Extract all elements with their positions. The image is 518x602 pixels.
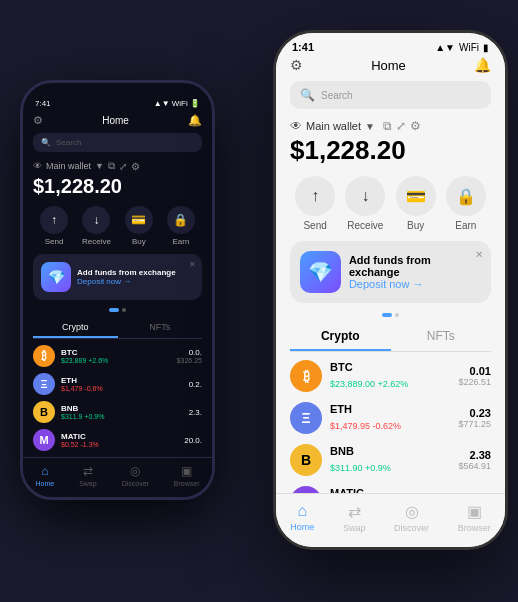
light-wallet-label: 👁 Main wallet ▼ ⧉ ⤢ ⚙: [290, 119, 491, 133]
light-nav-discover[interactable]: ◎ Discover: [394, 502, 429, 533]
light-banner-icon: 💎: [300, 251, 341, 293]
light-nav-swap[interactable]: ⇄ Swap: [343, 502, 366, 533]
light-buy-button[interactable]: 💳 Buy: [396, 176, 436, 231]
light-settings-icon[interactable]: ⚙: [410, 119, 421, 133]
light-time: 1:41: [292, 41, 314, 53]
light-discover-icon: ◎: [405, 502, 419, 521]
light-eth-name: ETH: [330, 403, 401, 415]
light-nav-home[interactable]: ⌂ Home: [290, 502, 314, 533]
light-tab-nfts[interactable]: NFTs: [391, 323, 492, 351]
light-btc-icon: ₿: [290, 360, 322, 392]
light-receive-button[interactable]: ↓ Receive: [345, 176, 385, 231]
dark-wallet-section: 👁 Main wallet ▼ ⧉ ⤢ ⚙ $1,228.20: [33, 160, 202, 198]
light-dots: [290, 313, 491, 317]
dark-banner-content: Add funds from exchange Deposit now →: [77, 268, 176, 286]
dark-nav-discover-label: Discover: [122, 480, 149, 487]
dark-nav-home[interactable]: ⌂ Home: [35, 464, 54, 487]
buy-button[interactable]: 💳 Buy: [125, 206, 153, 246]
copy-icon[interactable]: ⧉: [108, 160, 115, 172]
gear-icon[interactable]: ⚙: [33, 114, 43, 127]
earn-button[interactable]: 🔒 Earn: [167, 206, 195, 246]
dark-dots: [33, 308, 202, 312]
dark-deposit-link[interactable]: Deposit now →: [77, 277, 176, 286]
light-wallet-section: 👁 Main wallet ▼ ⧉ ⤢ ⚙ $1,228.20: [290, 119, 491, 166]
eth-name: ETH: [61, 376, 103, 385]
receive-button[interactable]: ↓ Receive: [82, 206, 111, 246]
settings-icon[interactable]: ⚙: [131, 161, 140, 172]
light-tab-crypto[interactable]: Crypto: [290, 323, 391, 351]
bnb-amount: 2.3.: [189, 408, 202, 417]
light-receive-label: Receive: [347, 220, 383, 231]
dark-tab-nfts[interactable]: NFTs: [118, 318, 203, 338]
light-expand-icon[interactable]: ⤢: [396, 119, 406, 133]
dark-wallet-name: Main wallet: [46, 161, 91, 171]
light-balance: $1,228.20: [290, 135, 491, 166]
dark-tabs: Crypto NFTs: [33, 318, 202, 339]
light-gear-icon[interactable]: ⚙: [290, 57, 303, 73]
dark-search-bar[interactable]: 🔍 Search: [33, 133, 202, 152]
dark-search-placeholder: Search: [56, 138, 81, 147]
light-earn-label: Earn: [455, 220, 476, 231]
dark-home-title: Home: [43, 115, 188, 126]
btc-value: $326.25: [177, 357, 202, 364]
buy-label: Buy: [132, 237, 146, 246]
light-screen-content: ⚙ Home 🔔 🔍 Search 👁 Main wallet ▼ ⧉ ⤢ ⚙ …: [276, 57, 505, 511]
phones-container: 7:41 ▲▼ WiFi 🔋 ⚙ Home 🔔 🔍 Search 👁 Main …: [0, 0, 518, 602]
light-btc-amount: 0.01: [458, 365, 491, 377]
light-home-title: Home: [303, 58, 474, 73]
btc-icon: ₿: [33, 345, 55, 367]
buy-icon: 💳: [125, 206, 153, 234]
light-btc-value: $226.51: [458, 377, 491, 387]
light-tabs: Crypto NFTs: [290, 323, 491, 352]
light-crypto-list: ₿ BTC $23,889.00 +2.62% 0.01 $226.51 Ξ: [290, 360, 491, 511]
light-copy-icon[interactable]: ⧉: [383, 119, 392, 133]
light-eye-icon[interactable]: 👁: [290, 119, 302, 133]
dark-bnb-item: B BNB $311.9 +0.9% 2.3.: [33, 401, 202, 423]
eth-amount: 0.2.: [189, 380, 202, 389]
battery-icon: ▮: [483, 42, 489, 53]
light-bottom-nav: ⌂ Home ⇄ Swap ◎ Discover ▣ Browser: [276, 493, 505, 547]
dark-nav-browser[interactable]: ▣ Browser: [174, 464, 200, 487]
light-earn-button[interactable]: 🔒 Earn: [446, 176, 486, 231]
eye-icon[interactable]: 👁: [33, 161, 42, 171]
light-eth-value: $771.25: [458, 419, 491, 429]
light-home-icon: ⌂: [297, 502, 307, 520]
home-icon: ⌂: [41, 464, 48, 478]
receive-icon: ↓: [82, 206, 110, 234]
light-top-bar: ⚙ Home 🔔: [290, 57, 491, 73]
expand-icon[interactable]: ⤢: [119, 161, 127, 172]
bell-icon[interactable]: 🔔: [188, 114, 202, 127]
dark-tab-crypto[interactable]: Crypto: [33, 318, 118, 338]
light-swap-icon: ⇄: [348, 502, 361, 521]
light-nav-swap-label: Swap: [343, 523, 366, 533]
send-button[interactable]: ↑ Send: [40, 206, 68, 246]
light-send-button[interactable]: ↑ Send: [295, 176, 335, 231]
light-dropdown-icon[interactable]: ▼: [365, 121, 375, 132]
dark-wallet-label: 👁 Main wallet ▼ ⧉ ⤢ ⚙: [33, 160, 202, 172]
dark-close-button[interactable]: ✕: [189, 260, 196, 269]
light-eth-item: Ξ ETH $1,479.95 -0.62% 0.23 $771.25: [290, 402, 491, 434]
light-close-button[interactable]: ✕: [475, 249, 483, 260]
light-search-bar[interactable]: 🔍 Search: [290, 81, 491, 109]
dark-status-icons: ▲▼ WiFi 🔋: [154, 99, 200, 108]
dark-crypto-list: ₿ BTC $23,889 +2.6% 0.0. $326.25 Ξ: [33, 345, 202, 451]
dot-1: [109, 308, 119, 312]
light-eth-icon: Ξ: [290, 402, 322, 434]
light-nav-browser[interactable]: ▣ Browser: [458, 502, 491, 533]
light-buy-label: Buy: [407, 220, 424, 231]
light-eth-change: $1,479.95 -0.62%: [330, 421, 401, 431]
dropdown-icon[interactable]: ▼: [95, 161, 104, 171]
eth-change: $1,479 -0.6%: [61, 385, 103, 392]
dark-action-buttons: ↑ Send ↓ Receive 💳 Buy 🔒 Earn: [33, 206, 202, 246]
light-buy-icon: 💳: [396, 176, 436, 216]
light-eth-amount: 0.23: [458, 407, 491, 419]
light-wallet-name: Main wallet: [306, 120, 361, 132]
dark-nav-browser-label: Browser: [174, 480, 200, 487]
dark-nav-discover[interactable]: ◎ Discover: [122, 464, 149, 487]
light-bell-icon[interactable]: 🔔: [474, 57, 491, 73]
dark-nav-swap[interactable]: ⇄ Swap: [79, 464, 97, 487]
light-deposit-link[interactable]: Deposit now →: [349, 278, 481, 290]
light-dot-1: [382, 313, 392, 317]
matic-name: MATIC: [61, 432, 99, 441]
dark-bottom-nav: ⌂ Home ⇄ Swap ◎ Discover ▣ Browser: [23, 457, 212, 497]
